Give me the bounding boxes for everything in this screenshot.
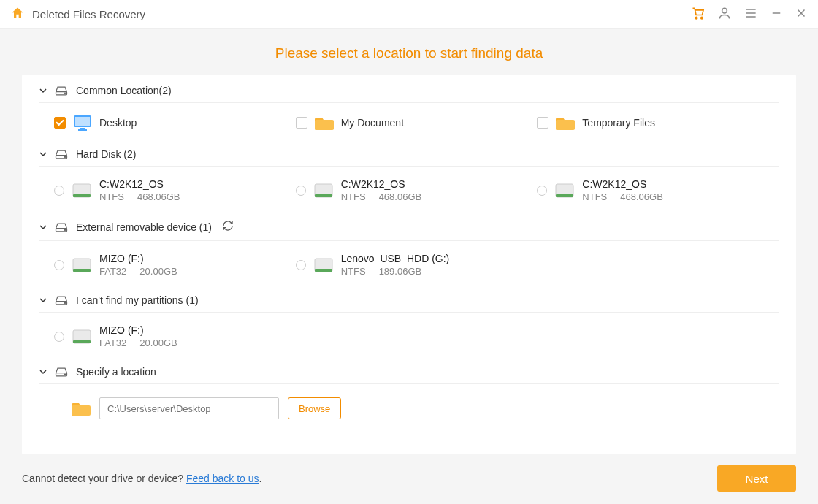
- refresh-icon[interactable]: [222, 220, 234, 234]
- drive-icon: [54, 366, 69, 378]
- drive-fs: NTFS: [341, 266, 366, 277]
- section-title: Hard Disk (2): [76, 148, 136, 160]
- location-label: Temporary Files: [582, 117, 655, 129]
- location-mydocument[interactable]: My Document: [296, 115, 538, 131]
- drive-fs: FAT32: [99, 266, 126, 277]
- section-title: Common Location(2): [76, 85, 172, 96]
- footer: Cannot detect your drive or device? Feed…: [0, 453, 818, 504]
- svg-point-1: [701, 17, 703, 18]
- close-icon[interactable]: [795, 7, 808, 23]
- drive-item[interactable]: C:W2K12_OS NTFS468.06GB: [296, 178, 538, 202]
- radio[interactable]: [54, 186, 64, 196]
- svg-point-30: [64, 374, 65, 375]
- home-icon[interactable]: [10, 6, 25, 23]
- svg-rect-24: [315, 269, 332, 272]
- page-title: Deleted Files Recovery: [32, 8, 145, 20]
- svg-rect-6: [75, 117, 90, 126]
- svg-point-20: [64, 229, 65, 230]
- drive-item[interactable]: MIZO (F:) FAT3220.00GB: [54, 253, 296, 277]
- checkbox[interactable]: [296, 117, 307, 129]
- svg-rect-10: [556, 120, 575, 130]
- chevron-down-icon[interactable]: [39, 224, 47, 231]
- drive-name: MIZO (F:): [99, 324, 177, 336]
- section-header-external[interactable]: External removable device (1): [39, 210, 779, 240]
- user-icon[interactable]: [717, 6, 732, 23]
- checkbox[interactable]: [54, 117, 66, 129]
- monitor-icon: [73, 115, 92, 131]
- radio[interactable]: [54, 260, 64, 270]
- cantfind-row: MIZO (F:) FAT3220.00GB: [39, 317, 779, 356]
- folder-icon: [72, 400, 91, 416]
- folder-icon: [556, 115, 575, 131]
- radio[interactable]: [296, 260, 306, 270]
- drive-name: Lenovo_USB_HDD (G:): [341, 253, 450, 264]
- folder-icon: [315, 115, 334, 131]
- svg-point-0: [695, 17, 697, 18]
- radio[interactable]: [537, 186, 547, 196]
- drive-size: 20.00GB: [139, 337, 177, 348]
- svg-rect-14: [73, 194, 91, 197]
- chevron-down-icon[interactable]: [39, 150, 47, 158]
- chevron-down-icon[interactable]: [39, 297, 47, 304]
- titlebar: Deleted Files Recovery: [0, 0, 818, 29]
- svg-rect-9: [315, 120, 334, 130]
- radio[interactable]: [54, 332, 64, 342]
- svg-rect-7: [80, 128, 85, 129]
- drive-fs: NTFS: [582, 191, 607, 202]
- hdd-icon: [72, 183, 92, 199]
- location-tempfiles[interactable]: Temporary Files: [537, 115, 779, 131]
- menu-icon[interactable]: [744, 6, 758, 23]
- svg-rect-8: [78, 129, 87, 131]
- checkbox[interactable]: [537, 117, 548, 129]
- section-header-common[interactable]: Common Location(2): [39, 75, 779, 102]
- drive-name: C:W2K12_OS: [582, 178, 663, 190]
- drive-size: 468.06GB: [137, 191, 180, 202]
- drive-size: 20.00GB: [139, 266, 177, 277]
- specify-row: Browse: [39, 389, 779, 419]
- svg-point-2: [722, 8, 727, 13]
- radio[interactable]: [296, 186, 306, 196]
- drive-icon: [54, 148, 69, 160]
- section-header-cantfind[interactable]: I can't find my partitions (1): [39, 284, 779, 312]
- section-title: Specify a location: [76, 366, 156, 378]
- svg-rect-28: [73, 340, 91, 343]
- drive-item[interactable]: MIZO (F:) FAT3220.00GB: [54, 324, 296, 348]
- locations-panel: Common Location(2) Desktop My Document T…: [22, 75, 796, 454]
- section-header-specify[interactable]: Specify a location: [39, 356, 779, 383]
- path-input[interactable]: [99, 397, 279, 419]
- drive-item[interactable]: C:W2K12_OS NTFS468.06GB: [54, 178, 296, 202]
- drive-fs: NTFS: [341, 191, 366, 202]
- svg-rect-18: [556, 194, 573, 197]
- drive-fs: NTFS: [99, 191, 124, 202]
- external-row: MIZO (F:) FAT3220.00GB Lenovo_USB_HDD (G…: [39, 245, 779, 284]
- drive-name: C:W2K12_OS: [341, 178, 422, 190]
- drive-name: MIZO (F:): [99, 253, 177, 264]
- section-title: I can't find my partitions (1): [76, 294, 199, 306]
- instruction-text: Please select a location to start findin…: [0, 29, 818, 75]
- hdd-icon: [554, 183, 575, 199]
- minimize-icon[interactable]: [770, 7, 783, 23]
- drive-item[interactable]: Lenovo_USB_HDD (G:) NTFS189.06GB: [296, 253, 538, 277]
- hdd-icon: [72, 329, 92, 345]
- chevron-down-icon[interactable]: [39, 87, 47, 94]
- section-header-harddisk[interactable]: Hard Disk (2): [39, 138, 779, 166]
- section-title: External removable device (1): [76, 221, 212, 233]
- next-button[interactable]: Next: [717, 465, 796, 492]
- location-desktop[interactable]: Desktop: [54, 115, 296, 131]
- browse-button[interactable]: Browse: [288, 397, 341, 419]
- harddisk-row: C:W2K12_OS NTFS468.06GB C:W2K12_OS NTFS4…: [39, 171, 779, 210]
- common-row: Desktop My Document Temporary Files: [39, 107, 779, 138]
- location-label: Desktop: [99, 117, 137, 129]
- drive-icon: [54, 85, 69, 96]
- drive-item[interactable]: C:W2K12_OS NTFS468.06GB: [537, 178, 779, 202]
- feedback-link[interactable]: Feed back to us: [186, 473, 259, 484]
- drive-size: 468.06GB: [620, 191, 663, 202]
- footer-text: Cannot detect your drive or device? Feed…: [22, 473, 261, 484]
- drive-size: 189.06GB: [379, 266, 422, 277]
- svg-rect-31: [72, 405, 91, 416]
- location-label: My Document: [341, 117, 404, 129]
- hdd-icon: [313, 183, 334, 199]
- cart-icon[interactable]: [691, 6, 706, 23]
- svg-point-26: [64, 302, 65, 303]
- chevron-down-icon[interactable]: [39, 368, 47, 375]
